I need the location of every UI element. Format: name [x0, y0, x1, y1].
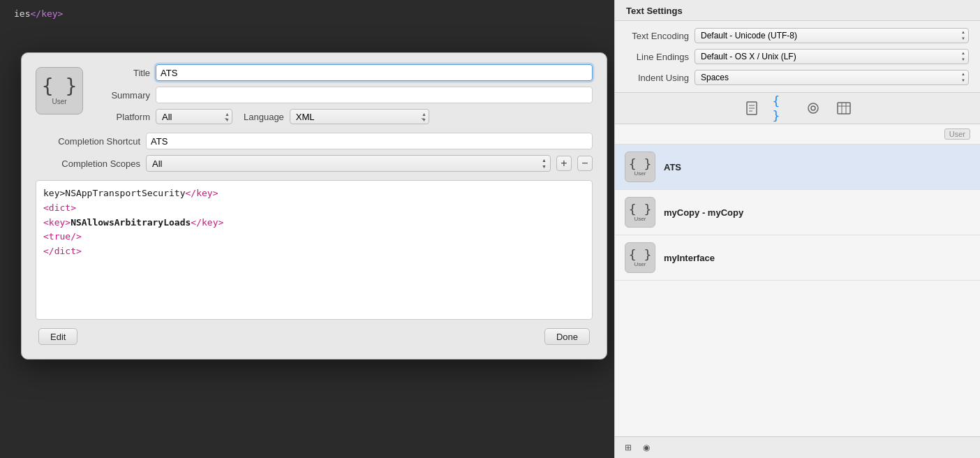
myinterface-icon: { } User	[625, 242, 655, 273]
language-select[interactable]: XML	[290, 109, 429, 124]
braces-toolbar-icon[interactable]: { }	[773, 98, 792, 118]
summary-row: Summary	[94, 87, 593, 103]
completion-shortcut-label: Completion Shortcut	[36, 136, 140, 147]
modal-footer: Edit Done	[36, 328, 593, 345]
myinterface-title: myInterface	[664, 253, 715, 263]
svg-point-4	[808, 103, 818, 113]
code-line-true: <true/>	[43, 230, 585, 244]
snippet-icon: { } User	[36, 67, 83, 114]
indent-using-row: Indent Using Spaces ▲ ▼	[626, 70, 969, 85]
text-settings-title: Text Settings	[626, 6, 683, 16]
platform-arrows: ▲ ▼	[225, 112, 230, 122]
scopes-arrows: ▲ ▼	[542, 158, 547, 169]
language-select-wrapper: XML ▲ ▼	[290, 109, 429, 124]
file-icon[interactable]	[742, 98, 762, 118]
icon-braces: { }	[42, 77, 77, 96]
completion-scopes-row: Completion Scopes All ▲ ▼ + −	[36, 155, 593, 172]
indent-using-label: Indent Using	[626, 73, 689, 83]
title-label: Title	[94, 68, 150, 78]
icon-user-label: User	[52, 98, 66, 105]
right-panel: Text Settings Text Encoding Default - Un…	[614, 0, 980, 458]
ats-text: ATS	[664, 162, 681, 172]
text-encoding-row: Text Encoding Default - Unicode (UTF-8) …	[626, 28, 969, 43]
code-editor-area[interactable]: key>NSAppTransportSecurity</key> <dict> …	[36, 180, 593, 320]
scopes-select[interactable]: All	[146, 155, 551, 172]
indent-using-select[interactable]: Spaces	[695, 70, 969, 85]
line-endings-row: Line Endings Default - OS X / Unix (LF) …	[626, 49, 969, 64]
line-endings-select[interactable]: Default - OS X / Unix (LF)	[695, 49, 969, 64]
circle-toolbar-icon[interactable]	[803, 98, 823, 118]
platform-label: Platform	[94, 112, 150, 122]
code-line-dict-close: </dict>	[43, 244, 585, 259]
language-arrows: ▲ ▼	[422, 112, 426, 122]
scopes-select-wrapper: All ▲ ▼	[146, 155, 551, 172]
text-settings-header: Text Settings	[615, 0, 980, 21]
code-line-dict-open: <dict>	[43, 201, 585, 216]
indent-using-select-wrapper: Spaces ▲ ▼	[695, 70, 969, 85]
settings-form: Text Encoding Default - Unicode (UTF-8) …	[615, 21, 980, 93]
summary-label: Summary	[94, 90, 150, 101]
user-badge: User	[944, 128, 970, 140]
completion-shortcut-input[interactable]	[146, 133, 593, 149]
text-encoding-select[interactable]: Default - Unicode (UTF-8)	[695, 28, 969, 43]
bottom-toolbar: ⊞ ◉	[615, 436, 980, 458]
platform-select[interactable]: All	[156, 109, 232, 124]
table-toolbar-icon[interactable]	[834, 98, 854, 118]
completion-shortcut-row: Completion Shortcut	[36, 133, 593, 149]
grid-button[interactable]: ⊞	[621, 440, 636, 455]
platform-select-wrapper: All ▲ ▼	[156, 109, 232, 124]
language-label: Language	[244, 112, 284, 122]
done-button[interactable]: Done	[544, 328, 590, 345]
snippet-list: User { } User ATS { } User myCopy - myCo…	[615, 124, 980, 436]
snippet-item-myinterface[interactable]: { } User myInterface	[615, 235, 980, 281]
snippet-item-mycopy[interactable]: { } User myCopy - myCopy	[615, 190, 980, 235]
svg-rect-6	[838, 103, 850, 114]
snippet-editor-modal: { } User Title Summary	[21, 52, 607, 360]
mycopy-text: myCopy - myCopy	[664, 207, 743, 218]
user-badge-item[interactable]: User	[615, 124, 980, 145]
text-encoding-arrows: ▲ ▼	[961, 30, 965, 40]
code-line-normal: key>NSAppTransportSecurity</key>	[43, 186, 585, 201]
indent-using-arrows: ▲ ▼	[961, 72, 965, 82]
line-endings-select-wrapper: Default - OS X / Unix (LF) ▲ ▼	[695, 49, 969, 64]
ats-icon: { } User	[625, 152, 655, 182]
line-endings-arrows: ▲ ▼	[961, 51, 965, 61]
add-scope-button[interactable]: +	[556, 156, 572, 171]
code-editor-panel: ies</key> { } User Title Summa	[0, 0, 614, 458]
code-line-1: ies	[14, 8, 30, 19]
svg-point-5	[811, 106, 815, 110]
toolbar-icons-bar: { }	[615, 93, 980, 124]
mycopy-title: myCopy - myCopy	[664, 207, 743, 218]
line-endings-label: Line Endings	[626, 52, 689, 62]
edit-button[interactable]: Edit	[38, 328, 77, 345]
completion-scopes-label: Completion Scopes	[36, 158, 140, 169]
text-encoding-select-wrapper: Default - Unicode (UTF-8) ▲ ▼	[695, 28, 969, 43]
summary-input[interactable]	[156, 87, 593, 103]
platform-language-row: Platform All ▲ ▼ Language	[94, 109, 593, 124]
snippet-item-ats[interactable]: { } User ATS	[615, 145, 980, 190]
title-row: Title	[94, 64, 593, 81]
circle-button[interactable]: ◉	[639, 440, 654, 455]
code-line-key-bold: <key>NSAllowsArbitraryLoads</key>	[43, 216, 585, 230]
myinterface-text: myInterface	[664, 253, 715, 263]
mycopy-icon: { } User	[625, 197, 655, 228]
remove-scope-button[interactable]: −	[577, 156, 593, 171]
text-encoding-label: Text Encoding	[626, 31, 689, 41]
ats-title: ATS	[664, 162, 681, 172]
title-input[interactable]	[156, 64, 593, 81]
form-fields: Title Summary Platform All	[94, 64, 593, 124]
